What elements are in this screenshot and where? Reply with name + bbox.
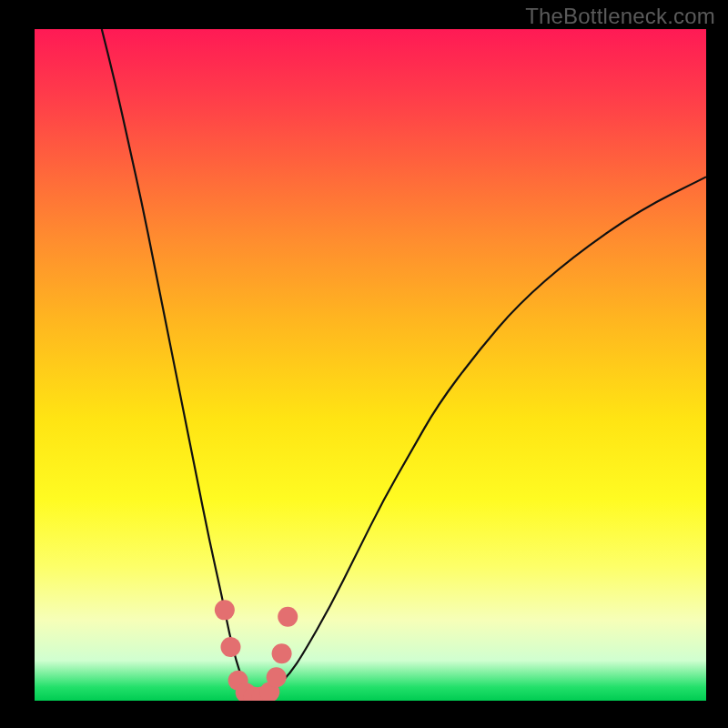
chart-svg <box>35 29 706 701</box>
highlight-dot <box>215 600 235 620</box>
bottleneck-curve <box>102 29 706 701</box>
highlight-dot <box>220 637 240 657</box>
outer-frame: TheBottleneck.com <box>0 0 728 728</box>
highlight-dot <box>267 667 287 687</box>
highlight-dot <box>272 643 292 663</box>
watermark-text: TheBottleneck.com <box>525 4 715 29</box>
plot-area <box>35 29 706 701</box>
highlight-dot <box>278 607 298 627</box>
